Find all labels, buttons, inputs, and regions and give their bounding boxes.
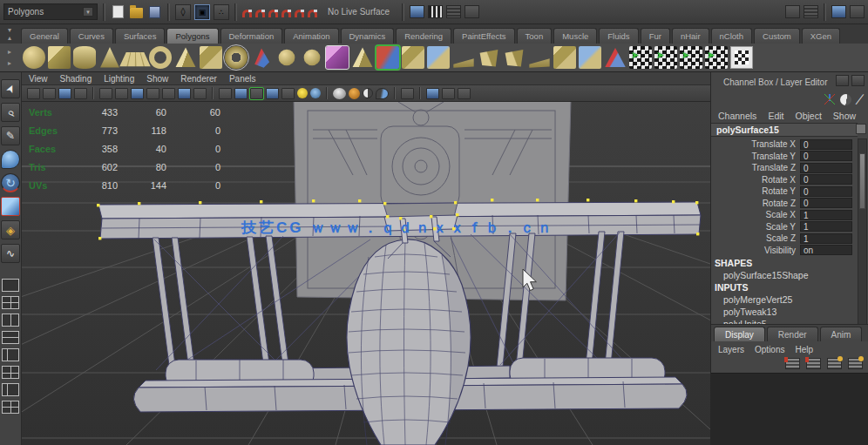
textured-mode-icon[interactable]	[250, 88, 263, 99]
hypershade-icon[interactable]	[458, 88, 471, 99]
split-polygon-icon[interactable]	[528, 46, 551, 69]
shaded-mode-icon[interactable]	[234, 88, 248, 99]
attr-value[interactable]: 0	[800, 186, 852, 197]
poly-helix-icon[interactable]	[225, 46, 248, 69]
paint-select-tool-icon[interactable]: ✎	[1, 126, 20, 145]
menu-options[interactable]: Options	[755, 345, 784, 354]
default-material-icon[interactable]	[333, 88, 346, 99]
viewport-canvas[interactable]: 技艺CG ｗｗｗ．ｑｄｎｘｘｆｂ．ｃｎ	[22, 72, 710, 445]
cleanup-icon[interactable]	[705, 46, 728, 69]
menu-show[interactable]: Show	[146, 74, 168, 84]
safe-action-icon[interactable]	[178, 88, 191, 99]
layer-list[interactable]	[711, 373, 868, 445]
shelf-tab-dynamics[interactable]: Dynamics	[341, 28, 395, 44]
tab-render[interactable]: Render	[767, 327, 818, 341]
manip-axes-icon[interactable]	[824, 94, 835, 105]
poly-cone-icon[interactable]	[98, 46, 121, 69]
layout-four-pane-button[interactable]	[2, 296, 19, 309]
rotate-tool-icon[interactable]: ↻	[1, 173, 20, 192]
make-live-icon[interactable]	[308, 10, 317, 17]
pane-single-icon[interactable]	[426, 88, 439, 99]
poly-torus-icon[interactable]	[149, 46, 172, 69]
poly-soccerball-icon[interactable]	[279, 50, 295, 66]
reduce-icon[interactable]	[680, 46, 702, 69]
hyperbolic-pencil-icon[interactable]: ╱	[856, 93, 864, 105]
shelf-tab-fluids[interactable]: Fluids	[599, 28, 638, 44]
bookmark-icon[interactable]	[58, 88, 71, 99]
layout-two-pane-stacked-button[interactable]	[2, 331, 19, 344]
extrude-icon[interactable]	[553, 46, 576, 69]
ipr-render-icon[interactable]	[446, 5, 461, 18]
extract-icon[interactable]	[478, 46, 500, 69]
input-line-icon[interactable]	[804, 5, 818, 18]
tab-display[interactable]: Display	[714, 327, 765, 341]
snap-to-point-icon[interactable]	[268, 10, 278, 17]
shadows-icon[interactable]	[310, 88, 321, 98]
poly-cylinder-icon[interactable]	[73, 46, 96, 69]
viewport-panel[interactable]: 技艺CG ｗｗｗ．ｑｄｎｘｘｆｂ．ｃｎ View Shading Lightin…	[22, 72, 710, 445]
chevron-down-icon[interactable]: ▾	[83, 7, 93, 17]
pane-layout-icon[interactable]	[785, 5, 800, 18]
layout-single-pane-button[interactable]	[2, 279, 19, 292]
poly-sphere-alt-icon[interactable]	[304, 50, 321, 66]
layout-three-pane-button[interactable]	[2, 366, 19, 379]
attr-value[interactable]: 1	[800, 210, 852, 220]
menu-channels[interactable]: Channels	[718, 111, 756, 121]
wedge-face-icon[interactable]	[452, 46, 475, 69]
shelf-tab-ncloth[interactable]: nCloth	[711, 28, 752, 44]
sculpt-geometry-icon[interactable]	[326, 46, 349, 69]
poly-prism-icon[interactable]	[351, 46, 374, 69]
menu-view[interactable]: View	[29, 74, 48, 84]
append-polygon-icon[interactable]	[579, 46, 601, 69]
render-current-frame-icon[interactable]	[428, 5, 443, 18]
shelf-tab-surfaces[interactable]: Surfaces	[115, 28, 166, 44]
poly-cube-icon[interactable]	[48, 46, 71, 69]
attr-value[interactable]: 0	[800, 163, 852, 173]
combine-icon[interactable]	[402, 46, 424, 69]
shelf-tab-rendering[interactable]: Rendering	[396, 28, 451, 44]
show-attribute-editor-icon[interactable]	[850, 5, 865, 18]
field-chart-icon[interactable]	[162, 88, 175, 99]
layout-saved-button[interactable]	[2, 401, 19, 414]
screen-ao-icon[interactable]	[376, 88, 389, 99]
menu-object[interactable]: Object	[795, 111, 821, 121]
wireframe-mode-icon[interactable]	[219, 88, 232, 99]
create-empty-layer-icon[interactable]	[827, 358, 842, 369]
shelf-tab-xgen[interactable]: XGen	[802, 28, 840, 44]
lasso-select-tool-icon[interactable]: ρ	[1, 103, 20, 122]
scale-tool-icon[interactable]	[1, 197, 20, 216]
safe-title-icon[interactable]	[193, 88, 207, 99]
use-all-lights-icon[interactable]	[281, 88, 295, 99]
speed-toggle-icon[interactable]	[840, 94, 851, 105]
shelf-tab-deformation[interactable]: Deformation	[220, 28, 283, 44]
input-item[interactable]: polyTweak13	[723, 307, 776, 317]
menu-layers[interactable]: Layers	[718, 345, 744, 354]
select-object-mode-icon[interactable]: ▣	[194, 4, 210, 20]
move-layer-up-icon[interactable]	[785, 358, 800, 369]
mirror-geometry-icon[interactable]	[503, 46, 526, 69]
shelf-tab-toon[interactable]: Toon	[517, 28, 553, 44]
snap-to-view-plane-icon[interactable]	[281, 10, 291, 17]
triangulate-icon[interactable]	[654, 46, 677, 69]
menu-help[interactable]: Help	[795, 345, 813, 354]
wireframe-on-shaded-icon[interactable]	[266, 88, 279, 99]
snap-to-surface-icon[interactable]	[295, 10, 304, 17]
layout-hypergraph-persp-button[interactable]	[2, 383, 19, 396]
attr-value[interactable]: 1	[800, 221, 852, 232]
image-plane-icon[interactable]	[74, 88, 87, 99]
shelf-tab-arrows-icon[interactable]: ▾▴	[2, 26, 17, 42]
poly-plane-icon[interactable]	[119, 52, 150, 66]
shelf-tab-painteffects[interactable]: PaintEffects	[453, 28, 515, 44]
shelf-tab-polygons[interactable]: Polygons	[166, 28, 218, 44]
select-component-mode-icon[interactable]: ∴	[214, 4, 229, 20]
shelf-tab-curves[interactable]: Curves	[70, 28, 113, 44]
default-lighting-icon[interactable]	[297, 88, 308, 98]
attr-value[interactable]: 0	[800, 198, 852, 208]
poly-sphere-icon[interactable]	[23, 46, 45, 69]
select-hierarchy-icon[interactable]: 🮮	[175, 4, 191, 20]
menu-renderer[interactable]: Renderer	[180, 74, 217, 84]
gate-mask-icon[interactable]	[146, 88, 159, 99]
poly-platonic-icon[interactable]	[250, 46, 273, 69]
new-scene-icon[interactable]	[112, 5, 124, 18]
shelf-tab-custom[interactable]: Custom	[754, 28, 800, 44]
